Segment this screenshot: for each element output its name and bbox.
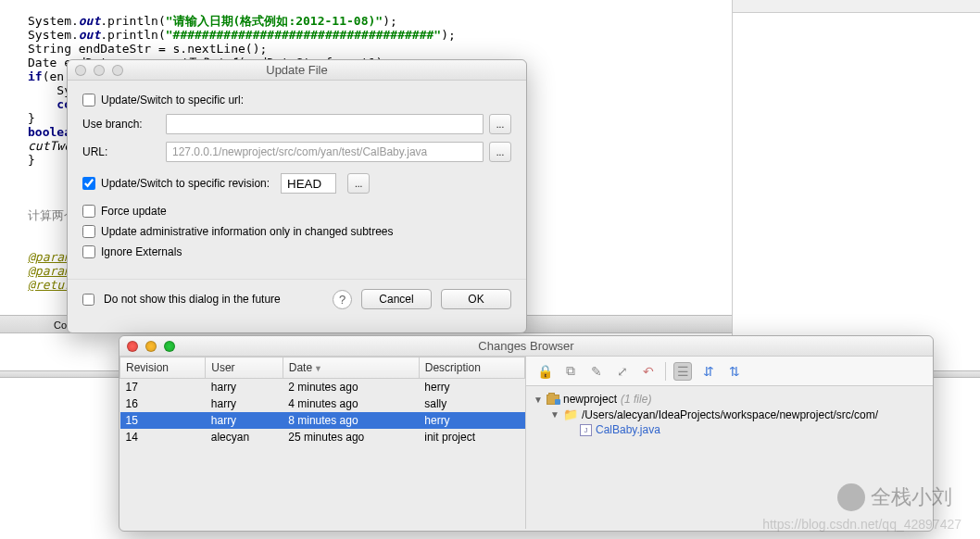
revisions-table[interactable]: Revision User Date▼ Description 17harry2… — [119, 357, 526, 529]
col-description[interactable]: Description — [419, 357, 524, 379]
branch-label: Use branch: — [82, 118, 166, 131]
close-icon[interactable] — [127, 341, 138, 352]
diff-icon[interactable]: ⤢ — [613, 362, 632, 381]
edit-icon[interactable]: ✎ — [587, 362, 606, 381]
expand-arrow-icon[interactable]: ▼ — [534, 395, 543, 405]
update-admin-checkbox[interactable] — [82, 225, 95, 238]
cancel-button[interactable]: Cancel — [361, 289, 432, 309]
branch-input[interactable] — [166, 114, 484, 134]
force-update-label: Force update — [101, 205, 167, 218]
branch-browse-button[interactable]: ... — [489, 114, 511, 134]
changes-titlebar[interactable]: Changes Browser — [119, 336, 933, 357]
col-user[interactable]: User — [206, 357, 283, 379]
dialog-titlebar[interactable]: Update File — [68, 60, 526, 81]
module-icon — [547, 395, 559, 405]
tree-file-label[interactable]: CalBaby.java — [596, 423, 660, 436]
tree-root-label: newproject — [563, 393, 617, 406]
watermark-url: https://blog.csdn.net/qq_42897427 — [762, 517, 961, 532]
switch-revision-checkbox[interactable] — [82, 177, 95, 190]
col-date[interactable]: Date▼ — [283, 357, 419, 379]
revert-icon[interactable]: ↶ — [639, 362, 658, 381]
sort-desc-icon: ▼ — [314, 364, 322, 373]
url-browse-button[interactable]: ... — [489, 142, 511, 162]
file-count: (1 file) — [621, 393, 651, 406]
ignore-externals-label: Ignore Externals — [101, 245, 182, 258]
ignore-externals-checkbox[interactable] — [82, 245, 95, 258]
minimize-icon — [94, 65, 105, 76]
copy-icon[interactable]: ⧉ — [561, 362, 580, 381]
revision-input[interactable] — [281, 173, 336, 194]
expand-icon[interactable]: ⇵ — [699, 362, 718, 381]
help-button[interactable]: ? — [333, 290, 352, 309]
dialog-title: Update File — [68, 63, 526, 77]
ok-button[interactable]: OK — [441, 289, 511, 309]
dont-show-label: Do not show this dialog in the future — [104, 293, 281, 306]
switch-url-label: Update/Switch to specific url: — [101, 94, 244, 107]
wechat-icon — [837, 483, 865, 511]
col-revision[interactable]: Revision — [120, 357, 206, 379]
table-row[interactable]: 17harry2 minutes agoherry — [120, 379, 525, 396]
update-admin-label: Update administrative information only i… — [101, 225, 394, 238]
tree-path-label: /Users/alecyan/IdeaProjects/workspace/ne… — [582, 408, 878, 421]
switch-url-checkbox[interactable] — [82, 94, 95, 107]
expand-arrow-icon[interactable]: ▼ — [550, 409, 559, 420]
dont-show-checkbox[interactable] — [82, 294, 94, 306]
url-input[interactable] — [166, 142, 484, 162]
table-row-selected[interactable]: 15harry8 minutes agoherry — [120, 412, 525, 429]
folder-icon: 📁 — [563, 407, 578, 421]
close-icon[interactable] — [75, 65, 86, 76]
force-update-checkbox[interactable] — [82, 205, 95, 218]
switch-revision-label: Update/Switch to specific revision: — [101, 177, 270, 190]
update-file-dialog: Update File Update/Switch to specific ur… — [67, 59, 527, 333]
table-row[interactable]: 14alecyan25 minutes agoinit project — [120, 429, 525, 445]
right-gutter — [732, 0, 980, 370]
maximize-icon[interactable] — [164, 341, 175, 352]
minimize-icon[interactable] — [145, 341, 157, 352]
revision-browse-button[interactable]: ... — [347, 173, 370, 194]
maximize-icon — [112, 65, 123, 76]
java-file-icon: J — [580, 424, 592, 436]
group-by-dir-icon[interactable]: ☰ — [673, 362, 692, 381]
url-label: URL: — [82, 145, 166, 158]
table-row[interactable]: 16harry4 minutes agosally — [120, 395, 525, 412]
watermark: 全栈小刘 — [837, 483, 952, 511]
changes-toolbar: 🔒 ⧉ ✎ ⤢ ↶ ☰ ⇵ ⇅ — [526, 357, 933, 386]
file-tree[interactable]: ▼ newproject (1 file) ▼ 📁 /Users/alecyan… — [526, 386, 933, 443]
changes-dialog-title: Changes Browser — [119, 339, 933, 353]
lock-icon[interactable]: 🔒 — [535, 362, 554, 381]
changes-browser-dialog: Changes Browser Revision User Date▼ Desc… — [119, 335, 934, 532]
collapse-icon[interactable]: ⇅ — [725, 362, 744, 381]
